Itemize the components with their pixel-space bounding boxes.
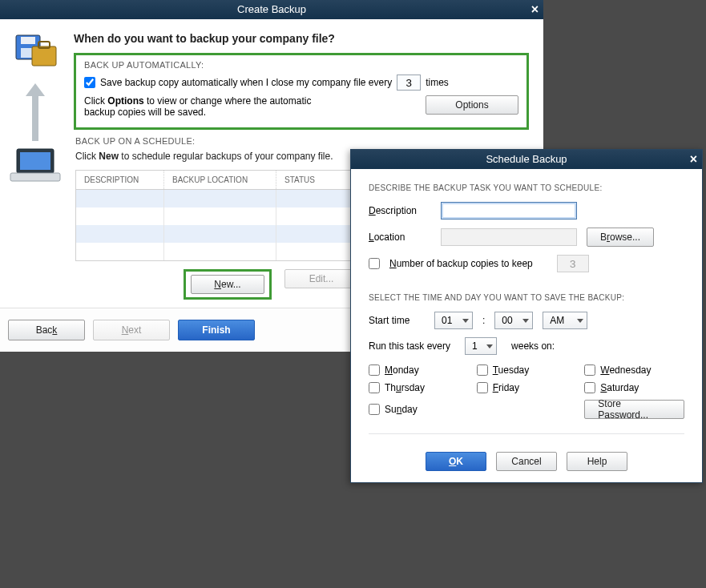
monday-checkbox[interactable]: [369, 364, 380, 376]
keep-copies-checkbox[interactable]: [369, 258, 380, 269]
create-backup-titlebar[interactable]: Create Backup ×: [0, 0, 543, 19]
ok-button[interactable]: OK: [426, 452, 486, 471]
browse-button[interactable]: Browse...: [587, 228, 654, 247]
col-location[interactable]: BACKUP LOCATION: [164, 171, 276, 189]
day-monday[interactable]: Monday: [369, 364, 469, 376]
description-input[interactable]: [441, 202, 577, 219]
save-auto-label: Save backup copy automatically when I cl…: [100, 77, 392, 88]
next-button: Next: [93, 320, 170, 340]
save-auto-label-after: times: [426, 77, 449, 88]
keep-copies-label: Number of backup copies to keep: [389, 258, 533, 269]
schedule-backup-window: Schedule Backup × DESCRIBE THE BACKUP TA…: [350, 149, 703, 483]
sunday-checkbox[interactable]: [369, 404, 380, 415]
start-time-label: Start time: [369, 315, 425, 326]
start-ampm-select[interactable]: AM: [543, 312, 587, 329]
wizard-side-illustration: [0, 19, 71, 308]
time-section-label: SELECT THE TIME AND DAY YOU WANT TO SAVE…: [369, 293, 684, 302]
svg-rect-6: [20, 152, 50, 170]
thursday-checkbox[interactable]: [369, 382, 380, 393]
page-heading: When do you want to backup your company …: [74, 32, 529, 45]
save-auto-checkbox[interactable]: [84, 77, 95, 88]
run-every-label-pre: Run this task every: [369, 340, 450, 352]
new-button-highlight: New...: [184, 269, 272, 300]
schedule-backup-titlebar[interactable]: Schedule Backup ×: [351, 150, 702, 169]
backup-auto-group: BACK UP AUTOMATICALLY: Save backup copy …: [74, 53, 529, 130]
day-thursday[interactable]: Thursday: [369, 382, 469, 393]
run-every-label-post: weeks on:: [511, 340, 555, 352]
arrow-up-icon: [19, 77, 51, 146]
keep-copies-input: [557, 255, 589, 272]
days-grid: Monday Tuesday Wednesday Thursday Friday…: [369, 364, 684, 419]
describe-section-label: DESCRIBE THE BACKUP TASK YOU WANT TO SCH…: [369, 183, 684, 192]
options-button[interactable]: Options: [426, 95, 518, 115]
new-button[interactable]: New...: [191, 275, 264, 294]
svg-rect-1: [21, 37, 35, 44]
cancel-button[interactable]: Cancel: [496, 452, 557, 471]
divider: [369, 433, 684, 434]
day-sunday[interactable]: Sunday: [369, 400, 469, 419]
svg-rect-3: [32, 46, 56, 66]
schedule-backup-footer: OK Cancel Help: [351, 452, 702, 482]
chevron-down-icon: [462, 319, 469, 323]
help-button[interactable]: Help: [567, 452, 627, 471]
day-saturday[interactable]: Saturday: [584, 382, 684, 393]
start-hour-select[interactable]: 01: [434, 312, 473, 329]
location-input: [441, 228, 577, 246]
finish-button[interactable]: Finish: [178, 320, 255, 340]
back-button[interactable]: Back: [8, 320, 85, 340]
backup-schedule-legend: BACK UP ON A SCHEDULE:: [75, 136, 529, 146]
day-tuesday[interactable]: Tuesday: [477, 364, 577, 376]
wednesday-checkbox[interactable]: [584, 364, 595, 376]
location-label: Location: [369, 232, 431, 243]
create-backup-title: Create Backup: [237, 3, 306, 15]
svg-rect-7: [10, 173, 60, 181]
run-weeks-select[interactable]: 1: [465, 337, 497, 355]
tuesday-checkbox[interactable]: [477, 364, 488, 376]
close-icon[interactable]: ×: [690, 150, 697, 169]
close-icon[interactable]: ×: [531, 0, 539, 19]
col-description[interactable]: DESCRIPTION: [76, 171, 164, 189]
store-password-button[interactable]: Store Password...: [584, 400, 684, 419]
start-minute-select[interactable]: 00: [494, 312, 533, 329]
description-label: Description: [369, 205, 431, 216]
chevron-down-icon: [486, 344, 493, 348]
disk-briefcase-icon: [11, 30, 59, 77]
day-wednesday[interactable]: Wednesday: [584, 364, 684, 376]
day-friday[interactable]: Friday: [477, 382, 577, 393]
times-input[interactable]: [397, 75, 421, 91]
schedule-backup-title: Schedule Backup: [486, 153, 567, 165]
saturday-checkbox[interactable]: [584, 382, 595, 393]
chevron-down-icon: [522, 319, 529, 323]
options-hint: Click Options to view or change where th…: [84, 95, 341, 118]
laptop-icon: [7, 146, 63, 184]
chevron-down-icon: [577, 319, 583, 323]
friday-checkbox[interactable]: [477, 382, 488, 393]
edit-button: Edit...: [284, 269, 358, 288]
backup-auto-legend: BACK UP AUTOMATICALLY:: [84, 60, 518, 70]
